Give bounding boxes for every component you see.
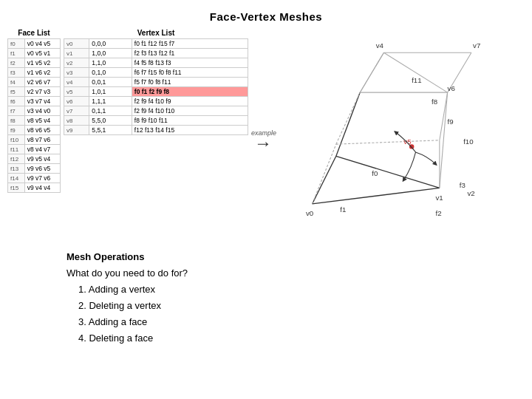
face-list-container: Face List f0v0 v4 v5f1v0 v5 v1f2v1 v5 v2… bbox=[7, 29, 61, 236]
face-label-f9: f9 bbox=[448, 117, 454, 126]
svg-line-12 bbox=[336, 92, 360, 144]
svg-line-11 bbox=[313, 144, 336, 204]
v0-label: v0 bbox=[306, 209, 314, 217]
face-label-f8: f8 bbox=[432, 98, 437, 106]
svg-line-9 bbox=[313, 156, 336, 204]
v7-label: v7 bbox=[473, 41, 480, 50]
diagram-area: f0 f1 f2 f3 f8 f9 f10 f11 v4 v7 v6 v5 v0… bbox=[275, 29, 525, 236]
svg-line-13 bbox=[336, 140, 440, 144]
svg-line-14 bbox=[440, 92, 448, 140]
face-label-f3: f3 bbox=[460, 181, 466, 189]
list-item-3: 3. Adding a face bbox=[78, 314, 466, 330]
face-list-table: f0v0 v4 v5f1v0 v5 v1f2v1 v5 v2f3v1 v6 v2… bbox=[7, 38, 61, 193]
table-row: f4v2 v6 v7 bbox=[8, 78, 61, 87]
table-row: f14v9 v7 v6 bbox=[8, 174, 61, 183]
page-container: Face-Vertex Meshes Face List f0v0 v4 v5f… bbox=[0, 0, 532, 399]
vertex-list-title: Vertex List bbox=[64, 29, 248, 37]
table-row: f6v3 v7 v4 bbox=[8, 97, 61, 106]
table-row: v85,5,0f8 f9 f10 f11 bbox=[64, 116, 248, 126]
face-label-f1: f1 bbox=[340, 205, 346, 214]
table-row: f8v8 v5 v4 bbox=[8, 116, 61, 126]
table-row: v61,1,1f2 f9 f4 f10 f9 bbox=[64, 97, 248, 106]
svg-line-4 bbox=[336, 156, 440, 188]
table-row: v40,0,1f5 f7 f0 f8 f11 bbox=[64, 78, 248, 87]
face-list-title: Face List bbox=[7, 29, 61, 37]
table-row: v21,1,0f4 f5 f8 f13 f3 bbox=[64, 58, 248, 68]
table-row: v70,1,1f2 f9 f4 f10 f10 bbox=[64, 106, 248, 116]
v4-label: v4 bbox=[376, 41, 384, 50]
table-row: v95,5,1f12 f13 f14 f15 bbox=[64, 126, 248, 135]
table-row: f3v1 v6 v2 bbox=[8, 68, 61, 78]
v1-label: v1 bbox=[435, 194, 443, 202]
main-content: Face List f0v0 v4 v5f1v0 v5 v1f2v1 v5 v2… bbox=[0, 29, 532, 236]
table-row: f1v0 v5 v1 bbox=[8, 49, 61, 58]
v6-label: v6 bbox=[448, 84, 455, 92]
table-row: f5v2 v7 v3 bbox=[8, 87, 61, 97]
face-label-f10: f10 bbox=[463, 137, 474, 146]
table-row: f13v9 v6 v5 bbox=[8, 164, 61, 174]
svg-line-8 bbox=[383, 52, 447, 92]
svg-line-7 bbox=[360, 52, 383, 92]
vertex-list-container: Vertex List v00,0,0f0 f1 f12 f15 f7v11,0… bbox=[64, 29, 248, 236]
table-row: v00,0,0f0 f1 f12 f15 f7 bbox=[64, 39, 248, 49]
cube-diagram: f0 f1 f2 f3 f8 f9 f10 f11 v4 v7 v6 v5 v0… bbox=[275, 29, 525, 236]
bottom-text-area: Mesh Operations What do you need to do f… bbox=[0, 236, 532, 355]
list-item-2: 2. Deleting a vertex bbox=[78, 298, 466, 314]
table-row: f2v1 v5 v2 bbox=[8, 58, 61, 68]
table-row: f7v3 v4 v0 bbox=[8, 106, 61, 116]
arrow-area: → example bbox=[251, 51, 275, 236]
table-row: v11,0,0f2 f3 f13 f12 f1 bbox=[64, 49, 248, 58]
svg-line-5 bbox=[336, 92, 360, 156]
table-row: f10v8 v7 v6 bbox=[8, 135, 61, 145]
vertex-list-table: v00,0,0f0 f1 f12 f15 f7v11,0,0f2 f3 f13 … bbox=[64, 38, 248, 135]
list-item-1: 1. Adding a vertex bbox=[78, 282, 466, 298]
v5-label: v5 bbox=[403, 137, 411, 146]
title-text: Face-Vertex Meshes bbox=[210, 10, 322, 23]
table-row: v51,0,1f0 f1 f2 f9 f8 bbox=[64, 87, 248, 97]
table-row: f11v8 v4 v7 bbox=[8, 145, 61, 154]
face-label-f2: f2 bbox=[435, 209, 441, 217]
mesh-operations-subtext: What do you need to do for? bbox=[66, 265, 466, 282]
table-row: f9v8 v6 v5 bbox=[8, 126, 61, 135]
page-title: Face-Vertex Meshes bbox=[0, 0, 532, 23]
table-row: f15v9 v4 v4 bbox=[8, 183, 61, 193]
face-label-f11: f11 bbox=[412, 76, 421, 84]
curve-arrow-1 bbox=[403, 152, 415, 180]
mesh-operations-heading: Mesh Operations bbox=[66, 249, 466, 265]
svg-line-6 bbox=[440, 92, 448, 188]
example-label: example bbox=[251, 129, 276, 137]
tables-area: Face List f0v0 v4 v5f1v0 v5 v1f2v1 v5 v2… bbox=[7, 29, 251, 236]
list-item-4: 4. Deleting a face bbox=[78, 330, 466, 347]
svg-line-10 bbox=[313, 188, 440, 204]
v2-label: v2 bbox=[468, 189, 475, 197]
face-label-f0: f0 bbox=[372, 169, 378, 177]
curve-arrow-2 bbox=[416, 152, 436, 164]
table-row: v30,1,0f6 f7 f15 f0 f8 f11 bbox=[64, 68, 248, 78]
table-row: f0v0 v4 v5 bbox=[8, 39, 61, 49]
table-row: f12v9 v5 v4 bbox=[8, 154, 61, 164]
